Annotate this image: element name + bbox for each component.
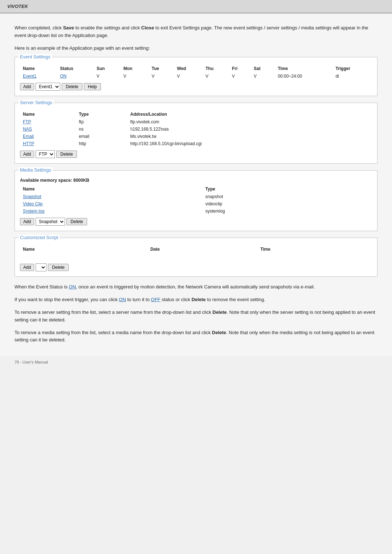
event-row-1: Event1 ON V V V V V V V 00:00~24:00 di xyxy=(20,73,372,80)
script-delete-button[interactable]: Delete xyxy=(48,264,69,271)
ftp-type: ftp xyxy=(76,118,127,126)
event1-status-link[interactable]: ON xyxy=(60,74,66,79)
status-off-link[interactable]: OFF xyxy=(151,297,160,302)
available-memory-text: Available memory space: 8000KB xyxy=(20,178,372,183)
media-settings-title: Media Settings xyxy=(19,167,53,173)
ftp-name: FTP xyxy=(20,118,76,126)
body-paragraph-3: To remove a server setting from the list… xyxy=(15,309,377,324)
videoclip-link[interactable]: Video Clip xyxy=(23,201,42,206)
nas-type: ns xyxy=(76,126,127,133)
event1-mon: V xyxy=(121,73,149,80)
server-header-row: Name Type Address/Location xyxy=(20,110,372,118)
col-tue: Tue xyxy=(149,65,174,73)
event1-sat: V xyxy=(251,73,275,80)
status-on-link-2[interactable]: ON xyxy=(119,297,126,302)
event-dropdown[interactable]: Event1 xyxy=(36,83,60,91)
media-action-row: Add Snapshot Delete xyxy=(20,218,372,226)
server-settings-title: Server Settings xyxy=(19,100,54,105)
http-link[interactable]: HTTP xyxy=(23,141,34,146)
brand-logo: VIVOTEK xyxy=(7,4,28,9)
customized-script-content: Name Date Time Add Delete xyxy=(20,245,372,271)
intro-example-line: Here is an example of the Application pa… xyxy=(15,45,377,52)
media-row-videoclip: Video Clip videoclip xyxy=(20,200,372,208)
media-col-name: Name xyxy=(20,185,203,193)
body-paragraph-1: When the Event Status is ON, once an eve… xyxy=(15,283,377,291)
event1-wed: V xyxy=(174,73,203,80)
event-add-button[interactable]: Add xyxy=(20,83,34,90)
page-header: VIVOTEK xyxy=(0,0,392,13)
customized-script-title: Customized Script xyxy=(19,235,60,240)
col-status: Status xyxy=(57,65,94,73)
media-delete-button[interactable]: Delete xyxy=(66,218,87,225)
videoclip-type: videoclip xyxy=(203,200,372,208)
event-help-button[interactable]: Help xyxy=(84,83,101,90)
server-add-button[interactable]: Add xyxy=(20,151,34,158)
server-row-ftp: FTP ftp ftp.vivotek.com xyxy=(20,118,372,126)
server-settings-content: Name Type Address/Location FTP ftp ftp.v… xyxy=(20,110,372,158)
event1-fri: V xyxy=(229,73,251,80)
event-delete-button[interactable]: Delete xyxy=(62,83,82,90)
media-header-row: Name Type xyxy=(20,185,372,193)
snapshot-name: Snapshot xyxy=(20,193,203,200)
event1-sun: V xyxy=(94,73,121,80)
email-address: Ms.vivotek.tw xyxy=(127,133,372,140)
col-trigger: Trigger xyxy=(332,65,372,73)
body-paragraph-4: To remove a media setting from the list,… xyxy=(15,329,377,344)
col-name: Name xyxy=(20,65,57,73)
status-on-link-1[interactable]: ON xyxy=(69,284,76,290)
ftp-link[interactable]: FTP xyxy=(23,119,31,124)
email-name: Email xyxy=(20,133,76,140)
intro-close-bold: Close xyxy=(141,25,154,30)
media-settings-content: Available memory space: 8000KB Name Type… xyxy=(20,178,372,226)
server-settings-table: Name Type Address/Location FTP ftp ftp.v… xyxy=(20,110,372,147)
event-settings-table: Name Status Sun Mon Tue Wed Thu Fri Sat … xyxy=(20,65,372,80)
script-add-button[interactable]: Add xyxy=(20,264,34,271)
page-info: 78 - User's Manual xyxy=(15,360,48,364)
event1-tue: V xyxy=(149,73,174,80)
col-thu: Thu xyxy=(203,65,229,73)
event1-time: 00:00~24:00 xyxy=(275,73,332,80)
media-row-systemlog: System log systemlog xyxy=(20,208,372,215)
event-settings-title: Event Settings xyxy=(19,54,52,59)
main-content: When completed, click Save to enable the… xyxy=(0,13,392,356)
server-col-type: Type xyxy=(76,110,127,118)
media-settings-table: Name Type Snapshot snapshot Video Clip v… xyxy=(20,185,372,215)
email-link[interactable]: Email xyxy=(23,134,34,139)
media-add-button[interactable]: Add xyxy=(20,218,34,225)
script-col-date: Date xyxy=(147,245,257,253)
server-row-nas: NAS ns \\192.168.5.122\nas xyxy=(20,126,372,133)
nas-name: NAS xyxy=(20,126,76,133)
media-col-type: Type xyxy=(203,185,372,193)
col-wed: Wed xyxy=(174,65,203,73)
snapshot-link[interactable]: Snapshot xyxy=(23,194,41,199)
snapshot-type: snapshot xyxy=(203,193,372,200)
script-dropdown[interactable] xyxy=(36,263,46,271)
script-col-name: Name xyxy=(20,245,147,253)
server-dropdown[interactable]: FTP xyxy=(36,150,55,158)
customized-script-box: Customized Script Name Date Time Add xyxy=(15,238,377,277)
videoclip-name: Video Clip xyxy=(20,200,203,208)
http-address: http://192.168.5.10/cgi-bin/upload.cgi xyxy=(127,140,372,147)
event1-status: ON xyxy=(57,73,94,80)
event-settings-box: Event Settings Name Status Sun Mon Tue W… xyxy=(15,57,377,96)
col-mon: Mon xyxy=(121,65,149,73)
col-time: Time xyxy=(275,65,332,73)
server-delete-button[interactable]: Delete xyxy=(56,151,77,158)
script-empty-row xyxy=(20,253,372,260)
script-col-time: Time xyxy=(257,245,372,253)
server-col-name: Name xyxy=(20,110,76,118)
col-sun: Sun xyxy=(94,65,121,73)
media-dropdown[interactable]: Snapshot xyxy=(36,218,65,226)
script-action-row: Add Delete xyxy=(20,263,372,271)
page-footer: 78 - User's Manual xyxy=(0,356,392,368)
systemlog-link[interactable]: System log xyxy=(23,209,44,214)
http-name: HTTP xyxy=(20,140,76,147)
event-settings-header-row: Name Status Sun Mon Tue Wed Thu Fri Sat … xyxy=(20,65,372,73)
nas-link[interactable]: NAS xyxy=(23,127,32,132)
media-row-snapshot: Snapshot snapshot xyxy=(20,193,372,200)
email-type: email xyxy=(76,133,127,140)
server-action-row: Add FTP Delete xyxy=(20,150,372,158)
event1-link[interactable]: Event1 xyxy=(23,74,36,79)
col-fri: Fri xyxy=(229,65,251,73)
http-type: http xyxy=(76,140,127,147)
